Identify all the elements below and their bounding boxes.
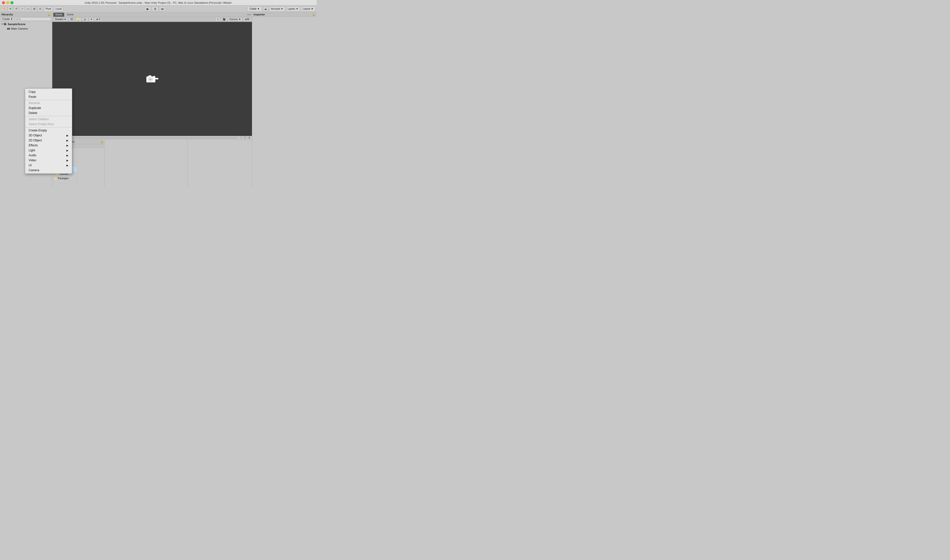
ctx-copy-label: Copy (29, 90, 35, 94)
game-tab-label: Game (67, 13, 74, 16)
move-tool[interactable]: ✛ (8, 6, 13, 11)
ctx-sep-1 (25, 100, 72, 100)
layers-label: Layers ▼ (288, 8, 299, 10)
scene-toolbar: Shaded ▼ 2D 💡 🔊 ✦ ⊕ 0 ⤡ 🎥 Gizmos ▼ ⊕All (52, 17, 252, 22)
ctx-create-empty[interactable]: Create Empty (25, 128, 72, 133)
rotate-tool[interactable]: ↺ (14, 6, 19, 11)
center-area: Scene Game ⇥ ≡ Shaded ▼ 2D 💡 (52, 12, 252, 187)
step-button[interactable]: ⏭ (159, 6, 166, 11)
ctx-effects[interactable]: Effects ▶ (25, 143, 72, 148)
game-tab[interactable]: Game (65, 13, 75, 17)
panel-lock-icon[interactable]: 🔒 (100, 140, 103, 143)
top-toolbar: ✋ ✛ ↺ ⤢ ▭ ⊞ ⊙ Pivot Local ▶ ⏸ ⏭ Collab ▼… (0, 6, 317, 12)
ctx-select-children[interactable]: Select Children (25, 117, 72, 122)
scene-overlay-menu[interactable]: 🎥 (221, 17, 227, 22)
ctx-duplicate[interactable]: Duplicate (25, 106, 72, 111)
ctx-light[interactable]: Light ▶ (25, 148, 72, 153)
collab-button[interactable]: Collab ▼ (247, 6, 262, 11)
2d-label: 2D (70, 18, 73, 21)
cloud-button[interactable]: ☁ (263, 6, 268, 11)
shading-dropdown[interactable]: Shaded ▼ (53, 17, 68, 22)
play-button[interactable]: ▶ (144, 6, 151, 11)
ctx-delete[interactable]: Delete (25, 111, 72, 115)
custom-tool[interactable]: ⊙ (37, 6, 43, 11)
ctx-camera-label: Camera (29, 169, 39, 172)
all-button[interactable]: ⊕All (243, 17, 251, 22)
ctx-2d-object[interactable]: 2D Object ▶ (25, 138, 72, 143)
packages-item[interactable]: 📁 Packages (52, 176, 77, 180)
light-button[interactable]: 💡 (75, 17, 82, 22)
ctx-3d-object-label: 3D Object (29, 134, 42, 137)
ctx-ui[interactable]: UI ▶ (25, 163, 72, 168)
scroll-btn-1[interactable]: ⇥ (239, 136, 242, 139)
layout-button[interactable]: Layout ▼ (301, 6, 315, 11)
ctx-effects-arrow: ▶ (66, 144, 68, 147)
main-camera-item[interactable]: 📷 Main Camera (0, 26, 52, 31)
account-label: Account ▼ (271, 8, 283, 10)
layers-button[interactable]: Layers ▼ (286, 6, 300, 11)
scene-options[interactable]: ⊕ 0 (95, 17, 102, 22)
ctx-select-children-label: Select Children (29, 117, 49, 121)
2d-button[interactable]: 2D (68, 17, 75, 22)
ctx-audio[interactable]: Audio ▶ (25, 153, 72, 158)
panel-options-icon[interactable]: ≡ (249, 13, 251, 16)
main-camera-label: Main Camera (11, 27, 28, 30)
ctx-select-prefab-root[interactable]: Select Prefab Root (25, 122, 72, 127)
pause-button[interactable]: ⏸ (152, 6, 159, 11)
main-layout: Hierarchy 🔒 Create ▼ ▼ 🎬 SampleScene 📷 M… (0, 12, 317, 187)
scene-tab[interactable]: Scene (53, 13, 64, 17)
inspector-title: Inspector (254, 13, 265, 16)
view-tabs: Scene Game ⇥ ≡ (52, 12, 252, 17)
camera-visual (146, 74, 159, 83)
lock-icon[interactable]: 🔒 (48, 13, 51, 16)
account-button[interactable]: Account ▼ (269, 6, 285, 11)
ctx-select-prefab-root-label: Select Prefab Root (29, 123, 54, 126)
audio-button[interactable]: 🔊 (82, 17, 88, 22)
close-button[interactable] (2, 1, 5, 4)
maximize-icon[interactable]: ⇥ (247, 13, 249, 16)
inspector-lock-icon[interactable]: 🔒 (312, 13, 315, 16)
sample-scene-item[interactable]: ▼ 🎬 SampleScene (0, 22, 52, 26)
ctx-copy[interactable]: Copy (25, 89, 72, 94)
create-label: Create ▼ (2, 18, 13, 20)
scene-resize[interactable]: ⤡ (216, 17, 220, 22)
packages-folder-icon: 📁 (54, 177, 57, 180)
scroll-btn-3[interactable]: ⊠ (248, 136, 251, 139)
camera-icon: 📷 (7, 27, 11, 30)
step-icon: ⏭ (161, 7, 164, 11)
rect-tool[interactable]: ▭ (25, 6, 31, 11)
ctx-camera[interactable]: Camera (25, 168, 72, 173)
horizontal-scrollbar[interactable] (57, 137, 238, 139)
layout-label: Layout ▼ (303, 8, 313, 10)
ctx-3d-object[interactable]: 3D Object ▶ (25, 133, 72, 138)
fx-button[interactable]: ✦ (89, 17, 94, 22)
ctx-2d-arrow: ▶ (66, 139, 68, 142)
ctx-3d-arrow: ▶ (66, 134, 68, 137)
ctx-video[interactable]: Video ▶ (25, 158, 72, 163)
scene-icon: 🎬 (3, 22, 7, 26)
local-button[interactable]: Local (54, 6, 63, 11)
scroll-btn-2[interactable]: ⊡ (243, 136, 247, 139)
transform-tool[interactable]: ⊞ (31, 6, 37, 11)
ctx-duplicate-label: Duplicate (29, 106, 41, 110)
pivot-button[interactable]: Pivot (44, 6, 53, 11)
panel-controls: ⇥ ≡ (247, 13, 251, 16)
svg-rect-4 (153, 76, 155, 77)
scene-tab-label: Scene (55, 13, 62, 16)
scale-tool[interactable]: ⤢ (19, 6, 25, 11)
maximize-button[interactable] (11, 1, 14, 4)
svg-rect-5 (156, 78, 159, 79)
hierarchy-create-button[interactable]: Create ▼ (1, 17, 14, 21)
gizmos-button[interactable]: Gizmos ▼ (228, 17, 242, 22)
cloud-icon: ☁ (264, 7, 267, 11)
scene-name: SampleScene (8, 23, 26, 26)
context-menu: Copy Paste Rename Duplicate Delete Selec… (25, 88, 72, 174)
ctx-video-arrow: ▶ (66, 159, 68, 162)
hierarchy-search-input[interactable] (15, 17, 51, 21)
minimize-button[interactable] (6, 1, 9, 4)
ctx-paste[interactable]: Paste (25, 94, 72, 99)
ctx-sep-3 (25, 127, 72, 128)
ctx-rename[interactable]: Rename (25, 100, 72, 106)
scene-view[interactable] (52, 22, 252, 136)
hand-tool[interactable]: ✋ (2, 6, 7, 11)
